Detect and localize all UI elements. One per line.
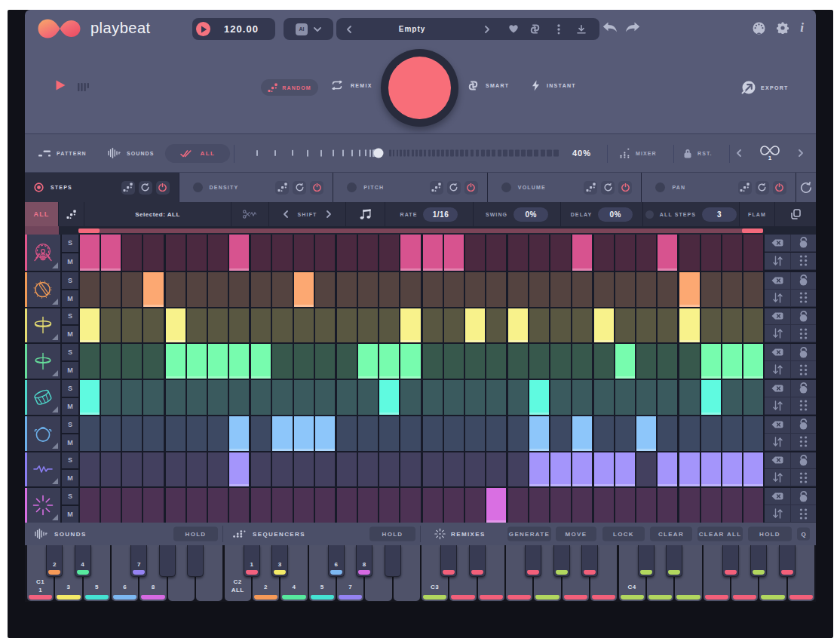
step-cell-t4-s7[interactable] — [207, 344, 228, 379]
step-cell-t5-s30[interactable] — [700, 380, 721, 415]
step-cell-t1-s21[interactable] — [506, 235, 528, 271]
step-cell-t8-s24[interactable] — [571, 488, 592, 523]
shift-right-button[interactable] — [326, 210, 331, 218]
step-cell-t8-s18[interactable] — [443, 488, 464, 523]
accent-bar[interactable] — [78, 228, 763, 233]
step-cell-t5-s24[interactable] — [571, 380, 592, 415]
step-cell-t2-s28[interactable] — [656, 272, 677, 307]
volume-refresh-button[interactable] — [601, 181, 615, 195]
key-As2[interactable] — [385, 545, 401, 577]
step-cell-t6-s17[interactable] — [421, 416, 443, 451]
step-cell-t2-s4[interactable] — [142, 272, 163, 307]
row-dice-button[interactable] — [59, 202, 84, 226]
swap-icon[interactable] — [765, 253, 790, 270]
step-cell-t4-s9[interactable] — [249, 344, 271, 379]
step-cell-t2-s1[interactable] — [80, 272, 100, 307]
step-cell-t1-s32[interactable] — [742, 235, 763, 271]
step-cell-t8-s25[interactable] — [592, 488, 614, 523]
step-cell-t2-s14[interactable] — [357, 272, 378, 307]
generate-button[interactable]: GENERATE — [507, 527, 551, 541]
step-cell-t7-s28[interactable] — [656, 452, 677, 487]
step-cell-t4-s10[interactable] — [271, 344, 292, 379]
step-cell-t4-s12[interactable] — [314, 344, 335, 379]
drag-dots-icon[interactable] — [790, 505, 816, 523]
step-cell-t3-s32[interactable] — [742, 308, 763, 343]
step-cell-t1-s9[interactable] — [249, 235, 271, 271]
step-cell-t6-s16[interactable] — [399, 416, 420, 451]
cycle-icon[interactable] — [529, 24, 541, 34]
solo-button[interactable]: S — [62, 452, 78, 471]
step-cell-t8-s10[interactable] — [271, 488, 292, 523]
step-cell-t1-s30[interactable] — [700, 235, 721, 271]
tab-steps[interactable]: STEPS — [25, 173, 179, 202]
erase-icon[interactable] — [765, 488, 790, 505]
step-cell-t4-s2[interactable] — [100, 344, 121, 379]
copy-button[interactable] — [775, 202, 816, 226]
step-cell-t5-s17[interactable] — [421, 380, 443, 415]
reset-button[interactable]: RST. — [684, 134, 713, 172]
row-lock-icon[interactable] — [790, 452, 816, 470]
step-cell-t7-s20[interactable] — [485, 452, 506, 487]
step-cell-t5-s23[interactable] — [549, 380, 570, 415]
key-As1[interactable] — [187, 545, 204, 577]
solo-button[interactable]: S — [62, 272, 78, 290]
step-cell-t2-s32[interactable] — [742, 272, 763, 307]
step-cell-t6-s28[interactable] — [656, 416, 677, 451]
step-cell-t2-s6[interactable] — [185, 272, 207, 307]
step-cell-t8-s12[interactable] — [314, 488, 335, 523]
step-cell-t3-s3[interactable] — [121, 308, 142, 343]
kick-drum-icon[interactable] — [25, 235, 60, 271]
mute-button[interactable]: M — [62, 506, 78, 523]
step-cell-t8-s19[interactable] — [464, 488, 485, 523]
step-cell-t7-s27[interactable] — [635, 452, 656, 487]
mute-button[interactable]: M — [62, 398, 78, 415]
all-steps-value[interactable]: 3 — [702, 207, 737, 222]
hihat-icon[interactable] — [25, 308, 60, 343]
note-value-button[interactable] — [346, 202, 385, 226]
row-lock-icon[interactable] — [790, 235, 816, 252]
step-cell-t5-s21[interactable] — [506, 380, 528, 415]
step-cell-t5-s4[interactable] — [142, 380, 163, 415]
key-Fs4[interactable] — [722, 545, 739, 577]
step-cell-t5-s20[interactable] — [485, 380, 506, 415]
step-cell-t7-s24[interactable] — [571, 452, 592, 487]
heart-icon[interactable] — [509, 25, 518, 33]
step-cell-t3-s25[interactable] — [592, 308, 614, 343]
remixes-section-label[interactable]: REMIXES — [451, 531, 486, 538]
step-cell-t2-s5[interactable] — [164, 272, 185, 307]
key-Cs4[interactable] — [638, 545, 655, 577]
step-cell-t6-s18[interactable] — [443, 416, 464, 451]
sequencers-hold-button[interactable]: HOLD — [369, 527, 415, 541]
solo-button[interactable]: S — [62, 235, 78, 253]
step-cell-t6-s19[interactable] — [464, 416, 485, 451]
step-cell-t4-s21[interactable] — [506, 344, 528, 379]
step-cell-t5-s25[interactable] — [592, 380, 614, 415]
row-lock-icon[interactable] — [790, 488, 816, 505]
step-cell-t4-s1[interactable] — [80, 344, 100, 379]
step-cell-t1-s28[interactable] — [656, 235, 677, 271]
step-cell-t7-s25[interactable] — [592, 452, 614, 487]
swap-icon[interactable] — [765, 505, 790, 523]
step-cell-t7-s31[interactable] — [721, 452, 742, 487]
step-cell-t3-s2[interactable] — [100, 308, 121, 343]
pan-dice-button[interactable] — [738, 181, 752, 195]
step-cell-t2-s2[interactable] — [100, 272, 121, 307]
step-cell-t6-s22[interactable] — [528, 416, 549, 451]
step-cell-t2-s8[interactable] — [228, 272, 249, 307]
step-cell-t8-s23[interactable] — [549, 488, 570, 523]
bpm-play-button[interactable] — [196, 22, 210, 36]
step-cell-t3-s31[interactable] — [721, 308, 742, 343]
drag-dots-icon[interactable] — [790, 434, 816, 451]
step-cell-t6-s11[interactable] — [293, 416, 314, 451]
step-cell-t8-s31[interactable] — [721, 488, 742, 523]
step-cell-t2-s23[interactable] — [549, 272, 570, 307]
key-As4[interactable] — [779, 545, 796, 577]
record-big-button[interactable] — [381, 49, 458, 127]
steps-dice-button[interactable] — [121, 181, 135, 195]
step-cell-t8-s6[interactable] — [185, 488, 207, 523]
step-cell-t7-s5[interactable] — [164, 452, 185, 487]
cut-button[interactable] — [231, 202, 269, 226]
step-cell-t2-s24[interactable] — [571, 272, 592, 307]
preset-browser[interactable]: Empty — [336, 18, 599, 40]
step-cell-t2-s31[interactable] — [721, 272, 742, 307]
